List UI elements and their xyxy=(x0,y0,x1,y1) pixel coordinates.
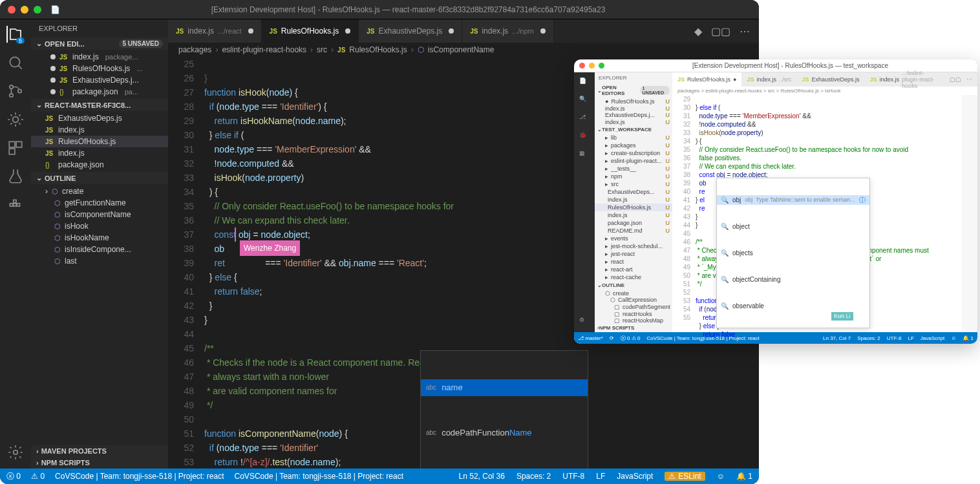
file-item[interactable]: RulesOfHooks.jsU xyxy=(595,204,672,211)
maximize-icon[interactable] xyxy=(34,6,41,14)
file-item[interactable]: ▸ srcU xyxy=(595,180,672,188)
file-item[interactable]: ▸ npmU xyxy=(595,173,672,180)
editor-tab[interactable]: JSRulesOfHooks.js ● xyxy=(672,72,741,87)
split-icon[interactable]: ▢▢ xyxy=(711,25,730,37)
outline-item[interactable]: ⬡last xyxy=(31,255,168,267)
file-item[interactable]: ▸ react-cache xyxy=(595,273,672,281)
gear-icon[interactable] xyxy=(7,444,24,461)
autocomplete-item[interactable]: abcname xyxy=(421,379,588,396)
code-editor[interactable]: 2930313233343536373839404142434445464748… xyxy=(672,95,977,344)
file-item[interactable]: {}package.json xyxy=(31,159,168,171)
minimap[interactable] xyxy=(962,95,977,344)
outline-item[interactable]: ⬡isHookName xyxy=(31,232,168,244)
more-icon[interactable]: ⋯ xyxy=(740,25,750,37)
file-item[interactable]: JSindex.js xyxy=(31,124,168,136)
breadcrumbs[interactable]: packages› eslint-plugin-react-hooks› src… xyxy=(168,43,759,57)
maven-header[interactable]: ›MAVEN PROJECTS xyxy=(31,445,168,457)
autocomplete-item[interactable]: 🔍object xyxy=(717,222,869,231)
open-editor-item[interactable]: ExhaustiveDeps.j... U xyxy=(595,111,672,118)
code-content[interactable]: } else if ( node.type === 'MemberExpress… xyxy=(696,95,962,344)
editor-tab[interactable]: JSExhaustiveDeps.js xyxy=(797,72,865,87)
outline-item[interactable]: ▢ codePathSegment xyxy=(595,303,672,310)
workspace-header[interactable]: ⌄REACT-MASTER-6F3C8... xyxy=(31,99,168,111)
open-editors-header[interactable]: ⌄OPEN EDI... 5 UNSAVED xyxy=(31,37,168,50)
autocomplete-item[interactable]: 🔍observable xyxy=(717,301,869,311)
file-item[interactable]: JSindex.js xyxy=(31,147,168,159)
file-item[interactable]: README.mdU xyxy=(595,227,672,235)
feedback-icon[interactable]: ☺ xyxy=(717,472,725,481)
file-item[interactable]: JSExhaustiveDeps.js xyxy=(31,112,168,124)
debug-icon[interactable] xyxy=(7,111,24,128)
file-item[interactable]: ExhaustiveDeps...U xyxy=(595,188,672,196)
file-item[interactable]: ▸ events xyxy=(595,235,672,242)
branch-indicator[interactable]: ⎇ master* xyxy=(578,335,603,341)
explorer-icon[interactable]: 5 xyxy=(6,26,23,43)
file-item[interactable]: JSRulesOfHooks.js xyxy=(31,136,168,147)
search-icon[interactable]: 🔍 xyxy=(579,96,590,106)
bell-icon[interactable]: 🔔 1 xyxy=(963,335,974,341)
open-editor-item[interactable]: JSExhaustiveDeps.j... xyxy=(31,74,168,86)
open-editor-item[interactable]: index.js U xyxy=(595,105,672,112)
covscode-status[interactable]: CoVSCode | Team: tongji-sse-518 | Projec… xyxy=(55,472,224,481)
open-editor-item[interactable]: JSRulesOfHooks.js... xyxy=(31,63,168,74)
close-icon[interactable] xyxy=(8,6,16,14)
eol-indicator[interactable]: LF xyxy=(596,472,605,481)
search-icon[interactable] xyxy=(7,54,24,71)
file-item[interactable]: ▸ jest-mock-schedul... xyxy=(595,242,672,250)
outline-item[interactable]: ⬡isHook xyxy=(31,220,168,232)
file-item[interactable]: ▸ __tests__U xyxy=(595,165,672,173)
encoding-indicator[interactable]: UTF-8 xyxy=(562,472,584,481)
outline-header[interactable]: ⌄OUTLINE xyxy=(31,172,168,184)
outline-item[interactable]: ⬡ CallExpression xyxy=(595,296,672,303)
minimize-icon[interactable] xyxy=(21,6,28,14)
open-editors-header[interactable]: ⌄ OPEN EDITORS1 UNSAVED xyxy=(595,83,672,98)
editor-tab[interactable]: JSindex.js../src xyxy=(741,72,796,87)
split-icon[interactable]: ▢▢ xyxy=(950,76,961,83)
open-editor-item[interactable]: JSindex.jspackage... xyxy=(31,51,168,63)
sync-icon[interactable]: ⟳ xyxy=(610,335,614,341)
file-item[interactable]: ▸ react xyxy=(595,258,672,266)
file-item[interactable]: package.jsonU xyxy=(595,219,672,227)
language-indicator[interactable]: JavaScript xyxy=(617,472,653,481)
outline-item[interactable]: ▢ reactHooksMap xyxy=(595,317,672,324)
file-item[interactable]: index.jsU xyxy=(595,211,672,219)
extensions-icon[interactable]: ▦ xyxy=(579,150,590,160)
explorer-icon[interactable]: 📄 xyxy=(579,78,590,88)
eslint-indicator[interactable]: ⚠ ESLint xyxy=(665,472,705,481)
debug-icon[interactable]: 🐞 xyxy=(579,132,590,142)
editor-tab[interactable]: JSindex.js.../eslint-plugin-react-hooks xyxy=(865,72,944,87)
file-item[interactable]: index.jsU xyxy=(595,196,672,204)
autocomplete-item[interactable]: 🔍objectContaining xyxy=(717,275,869,284)
outline-item[interactable]: ▢ reactHooks xyxy=(595,310,672,317)
compare-icon[interactable]: ◆ xyxy=(694,25,702,37)
file-item[interactable]: ▸ jest-react xyxy=(595,250,672,258)
outline-item[interactable]: ›⬡create xyxy=(31,185,168,197)
open-editor-item[interactable]: index.js U xyxy=(595,118,672,125)
file-item[interactable]: ▸ packagesU xyxy=(595,142,672,149)
warnings-indicator[interactable]: ⚠ 0 xyxy=(31,472,45,481)
autocomplete-popup[interactable]: 🔍obj obj Type TabNine::sem to enable sem… xyxy=(716,178,870,328)
npm-header[interactable]: › NPM SCRIPTS xyxy=(595,324,672,332)
outline-item[interactable]: ⬡getFunctionName xyxy=(31,197,168,209)
file-item[interactable]: ▸ libU xyxy=(595,134,672,142)
autocomplete-popup[interactable]: abcname abccodePathFunctionName abcfunct… xyxy=(420,350,588,468)
extensions-icon[interactable] xyxy=(7,140,24,156)
close-icon[interactable] xyxy=(579,63,585,68)
scm-icon[interactable]: ⎇ xyxy=(579,114,590,124)
spaces-indicator[interactable]: Spaces: 2 xyxy=(517,472,551,481)
open-editor-item[interactable]: {}package.jsonpa... xyxy=(31,86,168,98)
npm-header[interactable]: ›NPM SCRIPTS xyxy=(31,457,168,468)
testing-icon[interactable] xyxy=(7,168,24,185)
errors-indicator[interactable]: ⓧ 0 xyxy=(6,471,21,482)
autocomplete-item[interactable]: 🔍objects xyxy=(717,248,869,258)
editor-tab[interactable]: JSRulesOfHooks.js xyxy=(262,19,359,43)
file-item[interactable]: ▸ create-subscriptionU xyxy=(595,149,672,157)
editor-tab[interactable]: JSindex.js.../npm xyxy=(462,19,554,43)
cursor-position[interactable]: Ln 52, Col 36 xyxy=(459,472,505,481)
outline-item[interactable]: ⬡isInsideCompone... xyxy=(31,244,168,255)
gear-icon[interactable]: ⚙ xyxy=(579,317,590,327)
open-editor-item[interactable]: ● RulesOfHooks.js U xyxy=(595,98,672,105)
editor-tab[interactable]: JSindex.js.../react xyxy=(168,19,262,43)
maximize-icon[interactable] xyxy=(599,63,604,68)
file-item[interactable]: ▸ react-art xyxy=(595,266,672,273)
